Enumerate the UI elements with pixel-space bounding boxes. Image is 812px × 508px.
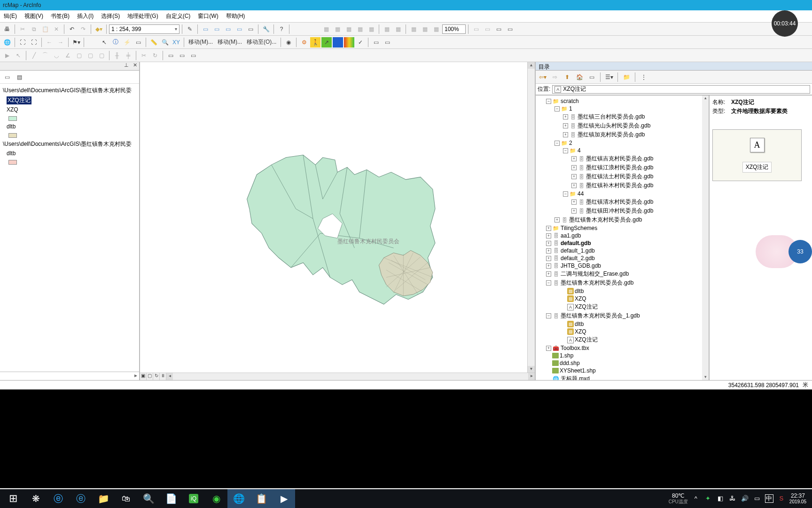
scroll-down-icon[interactable]: ▾	[702, 374, 709, 380]
zoom-out-fixed-icon[interactable]: ⛶	[29, 37, 39, 48]
expander-icon[interactable]: −	[546, 280, 551, 286]
widget-counter[interactable]: 33	[789, 240, 812, 263]
add-data-icon[interactable]: ◆▾	[94, 24, 104, 34]
toc-layer-xzq-anno[interactable]: XZQ注记	[1, 95, 138, 105]
network-icon[interactable]: ⚙	[299, 37, 309, 48]
nav-move-1[interactable]: 移动(M)...	[187, 38, 215, 46]
menu-bookmark[interactable]: 书签(B)	[47, 11, 73, 22]
sketch-props-icon[interactable]: ▭	[177, 50, 187, 61]
expander-icon[interactable]: +	[563, 132, 568, 137]
menu-insert[interactable]: 插入(I)	[73, 11, 97, 22]
menu-select[interactable]: 选择(S)	[97, 11, 124, 22]
expander-icon[interactable]: +	[546, 248, 551, 254]
expander-icon[interactable]: +	[571, 183, 577, 188]
taskbar-notepad[interactable]: 📄	[160, 489, 182, 508]
draw-3-icon[interactable]: ▭	[493, 24, 504, 34]
expander-icon[interactable]: −	[563, 191, 568, 197]
gradient-icon[interactable]	[344, 37, 354, 48]
expander-icon[interactable]: +	[563, 123, 568, 128]
map-canvas[interactable]: 墨红镇鲁木克村民委员会	[140, 62, 535, 380]
catalog-window-icon[interactable]: ▭	[371, 37, 381, 48]
select-flag-icon[interactable]: ⚑▾	[71, 37, 81, 48]
menu-edit[interactable]: 辑(E)	[0, 11, 21, 22]
taskbar-store[interactable]: 🛍	[115, 489, 137, 508]
expander-icon[interactable]: +	[546, 346, 551, 351]
catalog-vscroll[interactable]: ▴ ▾	[702, 95, 709, 380]
expander-icon[interactable]: +	[571, 165, 577, 170]
list-by-drawing-icon[interactable]: ▭	[2, 72, 12, 82]
catalog-tree[interactable]: −📁scratch −📁1 +🗄墨红镇三台村民委员会.gdb +🗄墨红镇光山头村…	[536, 95, 709, 380]
expander-icon[interactable]: +	[546, 241, 551, 246]
taskbar-edge[interactable]: ⓔ	[70, 489, 92, 508]
time-slider-icon[interactable]: ◉	[283, 37, 294, 48]
tray-up-icon[interactable]: ^	[692, 494, 700, 503]
expander-icon[interactable]: +	[571, 156, 577, 161]
blue-box-icon[interactable]	[333, 37, 343, 48]
expander-icon[interactable]: +	[546, 271, 551, 277]
goto-xy-icon[interactable]: XY	[171, 37, 181, 48]
scroll-left-icon[interactable]: ◂	[166, 373, 173, 380]
clock-time[interactable]: 22:37	[789, 492, 806, 499]
find-icon[interactable]: 🔍	[160, 37, 170, 48]
toggle-icon[interactable]: ▭	[586, 72, 597, 82]
tray-ime-icon[interactable]: 中	[765, 494, 773, 503]
tray-sogou-icon[interactable]: S	[777, 494, 786, 503]
expander-icon[interactable]: +	[546, 263, 551, 269]
map-hscroll[interactable]: ▣ ▢ ↻ ⏸ ◂ ▸	[140, 373, 535, 380]
editor-toolbar-icon[interactable]: ✎	[185, 24, 195, 34]
check-icon[interactable]: ✓	[355, 37, 366, 48]
toc-layer-dltb-2[interactable]: dltb	[1, 149, 138, 158]
menu-geoprocessing[interactable]: 地理处理(G)	[124, 11, 162, 22]
expander-icon[interactable]: −	[546, 99, 551, 104]
create-features-icon[interactable]: ▭	[188, 50, 198, 61]
toc-group-1[interactable]: \Users\dell\Documents\ArcGIS\墨红镇鲁木克村民委	[1, 86, 138, 95]
refresh-icon[interactable]: ↻	[153, 373, 160, 380]
list-by-source-icon[interactable]: ▤	[14, 72, 24, 82]
close-icon[interactable]: ✕	[131, 62, 139, 70]
toc-group-2[interactable]: \Users\dell\Documents\ArcGIS\墨红镇鲁木克村民委	[1, 139, 138, 149]
floating-widget[interactable]: 33	[756, 235, 812, 273]
window-4-icon[interactable]: ▭	[234, 24, 244, 34]
window-2-icon[interactable]: ▭	[211, 24, 222, 34]
expander-icon[interactable]: −	[554, 106, 560, 111]
toc-layer-dltb-1[interactable]: dltb	[1, 122, 138, 131]
expander-icon[interactable]: +	[546, 226, 551, 231]
tray-app-2-icon[interactable]: ◧	[716, 494, 725, 503]
identify-icon[interactable]: ⓘ	[110, 37, 121, 48]
map-view[interactable]: 墨红镇鲁木克村民委员会 ▴ ▾ ▣ ▢ ↻ ⏸ ◂ ▸	[140, 62, 536, 380]
menu-window[interactable]: 窗口(W)	[194, 11, 222, 22]
tray-battery-icon[interactable]: ▭	[753, 494, 761, 503]
taskbar-iqiyi[interactable]: iQ	[182, 489, 205, 508]
expander-icon[interactable]: +	[563, 114, 568, 119]
scroll-up-icon[interactable]: ▴	[702, 95, 709, 101]
expander-icon[interactable]: +	[571, 208, 577, 214]
window-3-icon[interactable]: ▭	[223, 24, 233, 34]
list-view-icon[interactable]: ☰▾	[604, 72, 614, 82]
zoom-in-fixed-icon[interactable]: ⛶	[17, 37, 28, 48]
undo-icon[interactable]: ↶	[67, 24, 77, 34]
search-window-icon[interactable]: ▭	[382, 37, 392, 48]
print-icon[interactable]: 🖶	[2, 24, 12, 34]
taskbar-360[interactable]: ◉	[205, 489, 227, 508]
taskbar-sogou[interactable]: 🔍	[137, 489, 160, 508]
pause-icon[interactable]: ⏸	[160, 373, 166, 380]
taskbar-app-11[interactable]: 📋	[250, 489, 273, 508]
nav-move-3[interactable]: 移动至(O)...	[245, 38, 278, 46]
toc-layer-xzq[interactable]: XZQ	[1, 105, 138, 114]
scroll-down-icon[interactable]: ▾	[528, 366, 535, 373]
connect-folder-icon[interactable]: 📁	[621, 72, 632, 82]
expander-icon[interactable]: −	[554, 141, 560, 146]
draw-4-icon[interactable]: ▭	[505, 24, 515, 34]
zoom-combo[interactable]: 100%	[442, 24, 466, 34]
toc-tree[interactable]: \Users\dell\Documents\ArcGIS\墨红镇鲁木克村民委 X…	[0, 84, 139, 372]
taskbar-app-12[interactable]: ▶	[273, 489, 295, 508]
tray-app-1-icon[interactable]: ✦	[704, 494, 712, 503]
taskbar-arcmap[interactable]: 🌐	[227, 489, 250, 508]
help-icon[interactable]: ?	[276, 24, 287, 34]
location-input[interactable]: A XZQ注记	[552, 85, 810, 94]
attributes-icon[interactable]: ▭	[165, 50, 176, 61]
nav-move-2[interactable]: 移动(M)...	[216, 38, 244, 46]
menu-customize[interactable]: 自定义(C)	[162, 11, 195, 22]
pin-icon[interactable]: ⊥	[122, 62, 131, 70]
expander-icon[interactable]: +	[571, 174, 577, 179]
